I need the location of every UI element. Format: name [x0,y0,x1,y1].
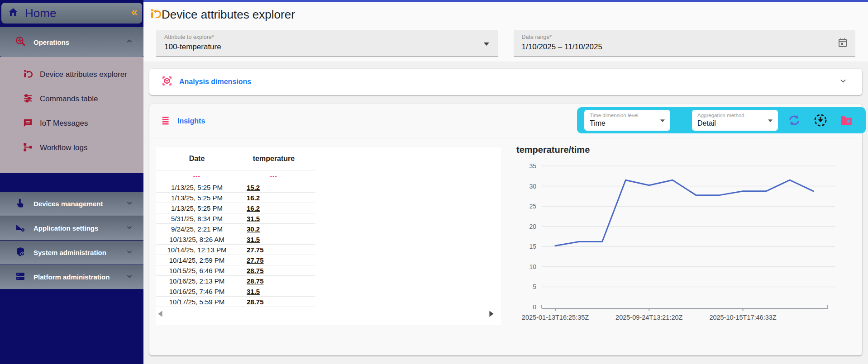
temperature-value-link[interactable]: 31.5 [247,236,260,243]
refresh-icon[interactable] [787,113,801,128]
sidebar-group-devices-management[interactable]: Devices management [0,192,143,216]
svg-text:20: 20 [529,223,536,230]
table-header-row: Date temperature [156,147,501,170]
aggregation-method-value: Detail [697,119,773,128]
time-dimension-level-select[interactable]: Time dimension level Time [584,110,670,131]
cell-date: 10/17/25, 5:59 PM [156,298,238,306]
table-row: 10/16/25, 7:46 PM31.5 [156,286,315,297]
filter-cell-temperature[interactable]: ••• [238,174,310,179]
sidebar-collapse-icon[interactable]: « [131,5,137,19]
svg-text:35: 35 [529,162,536,170]
page-header: Device attributes explorer [143,2,868,24]
sidebar-item-workflow-logs[interactable]: Workflow logs [0,136,143,160]
column-header-temperature[interactable]: temperature [238,155,310,163]
download-icon[interactable] [813,113,828,128]
attribute-select-label: Attribute to explore* [164,34,490,40]
table-row: 10/15/25, 6:46 PM28.75 [156,265,315,276]
chevron-up-icon [125,37,134,47]
temperature-value-link[interactable]: 28.75 [247,277,264,285]
cell-date: 5/31/25, 8:34 PM [156,215,238,222]
chevron-down-icon [125,272,134,282]
sidebar-group-operations[interactable]: Operations [0,27,143,57]
calendar-icon[interactable] [837,37,848,50]
sidebar-item-iot-messages[interactable]: IoT Messages [0,111,143,136]
sidebar: Home « Operations [0,0,143,364]
temperature-value-link[interactable]: 15.2 [247,184,260,191]
table-row: 5/31/25, 8:34 PM31.5 [156,213,315,224]
column-header-date[interactable]: Date [156,155,238,163]
temperature-line-chart: 051015202530352025-01-13T16:25:35Z2025-0… [514,157,849,325]
table-row: 1/13/25, 5:25 PM16.2 [156,203,315,213]
cell-temperature: 16.2 [238,204,310,212]
sidebar-group-system-administration[interactable]: System administration [0,241,143,265]
svg-text:2025-01-13T16:25:35Z: 2025-01-13T16:25:35Z [522,314,589,321]
filter-cell-date[interactable]: ••• [156,174,238,179]
insights-controls-bar: Time dimension level Time Aggregation me… [577,107,866,133]
aggregation-method-select[interactable]: Aggregation method Detail [692,110,778,131]
cell-date: 10/16/25, 7:46 PM [156,288,238,295]
cell-date: 10/14/25, 12:13 PM [156,246,238,254]
svg-text:2025-09-24T13:21:20Z: 2025-09-24T13:21:20Z [615,314,682,321]
sidebar-item-label: IoT Messages [40,119,88,128]
cell-date: 1/13/25, 5:25 PM [156,204,238,212]
main-content: Device attributes explorer Attribute to … [143,0,868,364]
sidebar-item-label: Workflow logs [40,143,88,152]
sidebar-item-home[interactable]: Home « [1,3,142,24]
cell-date: 9/24/25, 2:21 PM [156,225,238,233]
temperature-value-link[interactable]: 28.75 [247,267,264,274]
sidebar-item-device-attributes-explorer[interactable]: Device attributes explorer [0,62,143,87]
analysis-dimensions-label: Analysis dimensions [179,78,251,86]
workflow-logs-icon [23,142,33,154]
cell-date: 10/13/25, 8:26 AM [156,236,238,243]
cell-temperature: 15.2 [238,184,310,191]
date-range-field[interactable]: Date range* 1/10/2025 – 11/10/2025 [514,30,856,57]
export-folder-icon[interactable] [839,113,853,127]
system-administration-icon [15,246,26,259]
table-row: 10/13/25, 8:26 AM31.5 [156,234,315,245]
application-settings-icon [15,222,26,235]
analysis-dimensions-panel[interactable]: Analysis dimensions [149,69,862,95]
sidebar-item-commands-table[interactable]: Commands table [0,87,143,111]
sidebar-item-label: Commands table [40,95,98,104]
cell-temperature: 30.2 [238,225,310,233]
sidebar-group-application-settings[interactable]: Application settings [0,216,143,241]
time-dimension-level-label: Time dimension level [590,113,665,118]
devices-management-icon [15,198,26,210]
table-row: 10/16/25, 2:13 PM28.75 [156,276,315,286]
temperature-value-link[interactable]: 28.75 [247,298,264,306]
device-attributes-icon [23,69,33,81]
svg-text:0: 0 [533,303,536,311]
temperature-value-link[interactable]: 31.5 [247,215,260,222]
temperature-value-link[interactable]: 16.2 [247,194,260,202]
temperature-value-link[interactable]: 27.75 [247,256,264,264]
sidebar-group-label: Devices management [33,200,103,208]
filter-form: Attribute to explore* 100-temperature Da… [143,24,868,57]
sidebar-submenu-operations: Device attributes explorer Commands tabl… [0,57,143,173]
scroll-left-icon[interactable] [157,310,163,319]
insights-icon [161,115,171,127]
sidebar-group-list: Devices management Application settings [0,192,143,289]
aggregation-method-label: Aggregation method [697,113,773,118]
table-row: 9/24/25, 2:21 PM30.2 [156,224,315,234]
dropdown-caret-icon [484,42,489,45]
chevron-down-icon[interactable] [839,76,848,87]
page-title: Device attributes explorer [162,8,295,22]
platform-administration-icon [15,271,26,284]
iot-messages-icon [23,118,33,130]
table-row: 10/17/25, 5:59 PM28.75 [156,297,315,307]
insights-content: Date temperature ••• ••• 1/13/25, 5:25 P… [149,138,862,325]
app-window: Home « Operations [0,0,868,364]
table-rows: 1/13/25, 5:25 PM15.21/13/25, 5:25 PM16.2… [156,182,501,307]
cell-temperature: 16.2 [238,194,310,202]
temperature-value-link[interactable]: 31.5 [247,288,260,295]
attributes-table: Date temperature ••• ••• 1/13/25, 5:25 P… [156,147,501,325]
scroll-right-icon[interactable] [488,310,495,319]
svg-text:2025-10-15T17:46:33Z: 2025-10-15T17:46:33Z [709,314,776,321]
table-row: 1/13/25, 5:25 PM15.2 [156,182,315,193]
attribute-select[interactable]: Attribute to explore* 100-temperature [156,30,498,57]
svg-text:30: 30 [529,183,536,190]
temperature-value-link[interactable]: 30.2 [247,225,260,233]
temperature-value-link[interactable]: 16.2 [247,204,260,212]
sidebar-group-platform-administration[interactable]: Platform administration [0,265,143,289]
temperature-value-link[interactable]: 27.75 [247,246,264,254]
